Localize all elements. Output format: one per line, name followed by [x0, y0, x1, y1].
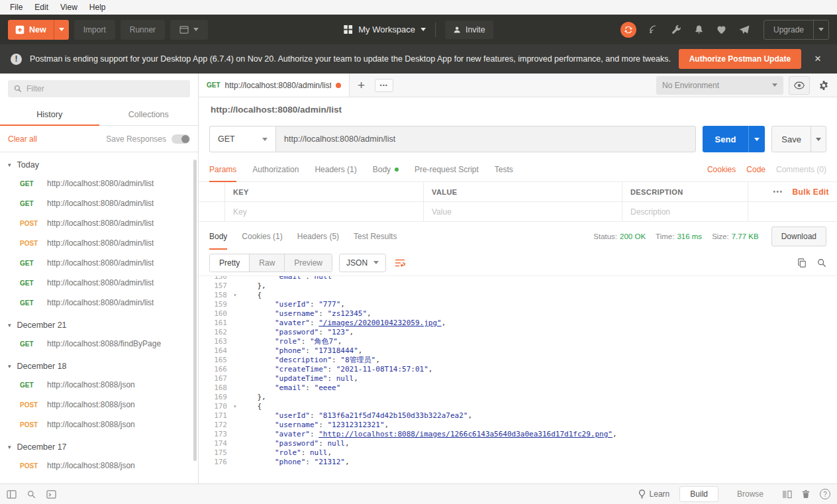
search-response-icon[interactable] — [817, 258, 826, 268]
view-preview[interactable]: Preview — [285, 254, 332, 272]
tab-pre-request-script[interactable]: Pre-request Script — [415, 157, 479, 181]
download-button[interactable]: Download — [771, 227, 826, 246]
fold-toggle-icon[interactable]: ▾ — [230, 291, 240, 300]
sync-icon[interactable] — [620, 22, 636, 38]
tab-tests[interactable]: Tests — [495, 157, 513, 181]
send-dropdown-caret[interactable] — [748, 126, 765, 152]
json-token: , — [468, 411, 472, 420]
history-item[interactable]: GEThttp://localhost:8088/json — [0, 375, 198, 395]
tab-params[interactable]: Params — [209, 157, 236, 181]
build-toggle-button[interactable]: Build — [679, 486, 718, 502]
tab-collections[interactable]: Collections — [99, 103, 199, 125]
response-tab-body[interactable]: Body — [209, 223, 227, 250]
menu-file[interactable]: File — [4, 1, 28, 13]
code-link[interactable]: Code — [746, 165, 765, 174]
import-button[interactable]: Import — [74, 20, 115, 40]
param-key-input[interactable]: Key — [225, 202, 424, 222]
json-link[interactable]: "http://localhost:8088/images/1266c6143a… — [319, 430, 613, 438]
fold-toggle-icon[interactable]: ▾ — [230, 402, 240, 411]
open-new-window-button[interactable] — [170, 20, 208, 40]
tab-history[interactable]: History — [0, 103, 99, 125]
method-selector[interactable]: GET — [209, 126, 275, 152]
history-item[interactable]: GEThttp://localhost:8088/findByPage — [0, 334, 198, 354]
history-item[interactable]: GEThttp://localhost:8080/admin/list — [0, 174, 198, 193]
response-tab-test-results[interactable]: Test Results — [354, 223, 397, 250]
url-input[interactable]: http://localhost:8080/admin/list — [275, 126, 696, 152]
tab-authorization[interactable]: Authorization — [252, 157, 299, 181]
history-group-header[interactable]: ▾December 17 — [0, 434, 198, 456]
environment-selector[interactable]: No Environment — [656, 76, 783, 95]
param-description-input[interactable]: Description — [622, 202, 748, 222]
sidebar-toggle-icon[interactable] — [7, 490, 17, 499]
menu-help[interactable]: Help — [83, 1, 112, 13]
learn-button[interactable]: Learn — [638, 489, 670, 499]
trash-icon[interactable] — [802, 489, 810, 499]
environment-preview-eye-icon[interactable] — [789, 76, 810, 95]
view-raw[interactable]: Raw — [250, 254, 285, 272]
history-item[interactable]: POSThttp://localhost:8088/json — [0, 395, 198, 415]
add-tab-button[interactable]: + — [350, 74, 373, 97]
fold-spacer — [230, 309, 240, 319]
history-item[interactable]: POSThttp://localhost:8088/json — [0, 415, 198, 434]
console-icon[interactable] — [46, 490, 56, 499]
comments-link[interactable]: Comments (0) — [776, 165, 826, 174]
sidebar-scrollbar[interactable] — [193, 160, 197, 461]
browse-toggle-button[interactable]: Browse — [728, 487, 772, 501]
json-link[interactable]: "/images/20200104232059.jpg" — [319, 319, 441, 327]
paper-plane-icon[interactable] — [739, 25, 750, 34]
filter-box[interactable] — [8, 80, 190, 97]
notifications-bell-icon[interactable] — [694, 25, 704, 34]
format-selector[interactable]: JSON — [339, 254, 386, 272]
response-tab-cookies[interactable]: Cookies (1) — [242, 223, 282, 250]
menu-edit[interactable]: Edit — [28, 1, 54, 13]
history-item[interactable]: GEThttp://localhost:8080/admin/list — [0, 293, 198, 313]
filter-input[interactable] — [26, 84, 184, 93]
save-responses-toggle[interactable] — [172, 134, 190, 144]
send-button[interactable]: Send — [703, 126, 765, 152]
save-dropdown-caret[interactable] — [811, 126, 826, 152]
capture-requests-icon[interactable] — [649, 25, 659, 34]
heart-icon[interactable] — [716, 25, 726, 34]
view-pretty[interactable]: Pretty — [210, 254, 250, 272]
wrap-text-icon[interactable] — [395, 258, 405, 268]
tab-body[interactable]: Body — [373, 157, 399, 181]
clear-all-button[interactable]: Clear all — [8, 134, 37, 144]
copy-icon[interactable] — [797, 258, 807, 268]
authorize-update-button[interactable]: Authorize Postman Update — [679, 49, 801, 69]
search-icon[interactable] — [27, 490, 36, 499]
params-more-icon[interactable]: ••• — [773, 188, 783, 195]
two-pane-layout-icon[interactable] — [782, 490, 792, 499]
history-item[interactable]: GEThttp://localhost:8080/admin/list — [0, 253, 198, 273]
history-item[interactable]: GEThttp://localhost:8080/admin/list — [0, 273, 198, 293]
history-group-header[interactable]: ▾Today — [0, 152, 198, 174]
upgrade-button[interactable]: Upgrade — [763, 20, 829, 40]
workspace-switcher[interactable]: My Workspace Invite — [344, 15, 493, 44]
history-group-header[interactable]: ▾December 21 — [0, 313, 198, 334]
cookies-link[interactable]: Cookies — [707, 165, 736, 174]
history-item-url: http://localhost:8088/findByPage — [47, 339, 161, 348]
history-item[interactable]: GEThttp://localhost:8080/admin/list — [0, 193, 198, 213]
close-banner-icon[interactable]: × — [809, 52, 826, 66]
history-group-header[interactable]: ▾December 18 — [0, 354, 198, 375]
new-button[interactable]: New — [8, 20, 69, 40]
settings-gear-icon[interactable] — [815, 80, 829, 91]
response-body-viewer[interactable]: 156 "email": null157 },158▾ {159 "userId… — [199, 276, 837, 483]
new-dropdown-caret[interactable] — [54, 20, 69, 40]
open-request-tab[interactable]: GET http://localhost:8080/admin/list — [199, 74, 350, 97]
json-token: "username" — [275, 309, 319, 318]
runner-button[interactable]: Runner — [121, 20, 165, 40]
tab-options-button[interactable]: ••• — [375, 79, 393, 92]
history-item[interactable]: POSThttp://localhost:8088/json — [0, 456, 198, 476]
wrench-icon[interactable] — [671, 25, 681, 34]
tab-headers[interactable]: Headers (1) — [315, 157, 356, 181]
param-value-input[interactable]: Value — [424, 202, 622, 222]
response-tab-headers[interactable]: Headers (5) — [297, 223, 339, 250]
invite-button[interactable]: Invite — [445, 21, 493, 39]
bulk-edit-button[interactable]: Bulk Edit — [792, 187, 829, 197]
history-item[interactable]: POSThttp://localhost:8080/admin/list — [0, 213, 198, 233]
upgrade-dropdown-caret[interactable] — [813, 21, 828, 39]
save-button[interactable]: Save — [771, 126, 826, 152]
history-item[interactable]: POSThttp://localhost:8080/admin/list — [0, 233, 198, 253]
menu-view[interactable]: View — [54, 1, 83, 13]
help-icon[interactable]: ? — [820, 489, 830, 499]
